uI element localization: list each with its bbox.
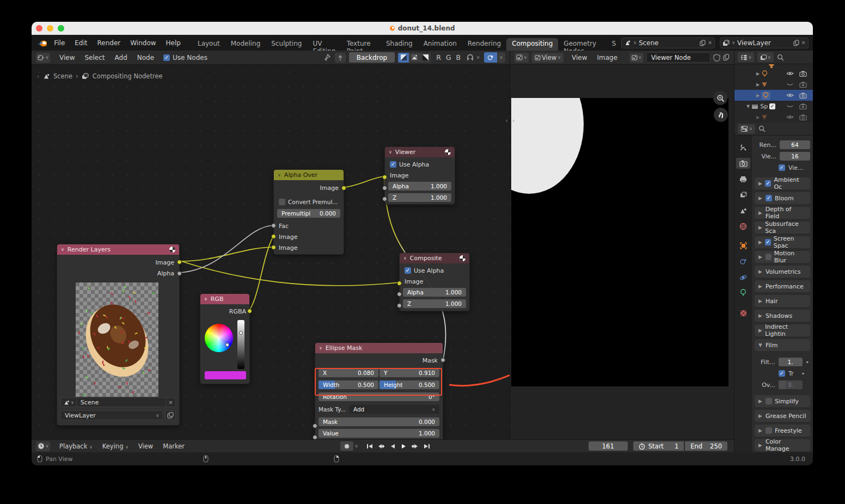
scene-selector[interactable]: ∨ Scene ✕: [621, 38, 715, 48]
unlink-button[interactable]: ✕: [166, 397, 176, 407]
socket-alpha-input[interactable]: [382, 186, 387, 190]
rotation-slider[interactable]: Rotation0°: [319, 392, 439, 401]
node-header[interactable]: ∨Render Layers: [57, 244, 179, 255]
workspace-tab-sculpting[interactable]: Sculpting: [266, 38, 307, 51]
filter-size-field[interactable]: 1.: [779, 358, 803, 366]
panel-film[interactable]: ▼Film: [755, 339, 810, 351]
keying-set-dropdown[interactable]: ∨: [354, 444, 358, 448]
use-nodes-checkbox[interactable]: ✓: [163, 54, 170, 61]
alpha-slider[interactable]: Alpha1.000: [388, 182, 451, 190]
panel-checkbox[interactable]: [766, 427, 772, 434]
node-menu-node[interactable]: Node: [132, 54, 159, 62]
link-alpha-to-fac[interactable]: [178, 225, 273, 273]
node-ellipse-mask[interactable]: ∨Ellipse Mask Mask X0.080 Y0.910 Width0.…: [315, 342, 443, 439]
menu-render[interactable]: Render: [93, 39, 126, 47]
end-frame-field[interactable]: End250: [685, 441, 727, 451]
use-nodes-toggle[interactable]: ✓ Use Nodes: [163, 54, 207, 62]
node-header[interactable]: ∨Ellipse Mask: [315, 343, 443, 353]
menu-window[interactable]: Window: [125, 39, 161, 47]
compositor-node-canvas[interactable]: › Scene › Compositing Nodetree ∨Rend: [32, 65, 510, 439]
viewlayer-selector[interactable]: ∨ ViewLayer ✕: [720, 38, 809, 48]
socket-z-input[interactable]: [382, 196, 387, 201]
mask-y-field[interactable]: Y0.910: [379, 368, 439, 377]
hidden-eye-icon[interactable]: [786, 82, 794, 87]
image-editor-canvas[interactable]: ›: [510, 65, 734, 439]
render-single-layer-button[interactable]: [165, 410, 176, 420]
color-wheel-cursor[interactable]: [225, 343, 229, 347]
panel-simplify[interactable]: ▶Simplify: [755, 395, 810, 407]
overscan-field[interactable]: 3.: [779, 380, 803, 389]
current-frame-field[interactable]: 161: [589, 441, 628, 451]
properties-editor-type-button[interactable]: ∨: [738, 124, 755, 134]
workspace-tab-compositing[interactable]: Compositing: [506, 38, 558, 51]
socket-image2-input[interactable]: [271, 245, 276, 250]
outliner-row-3[interactable]: ▼Sp✓: [734, 101, 813, 112]
overlays-dropdown[interactable]: ∨: [497, 52, 505, 63]
next-keyframe-button[interactable]: [410, 441, 420, 451]
tab-object[interactable]: [736, 240, 750, 251]
socket-image-output[interactable]: [177, 260, 182, 265]
workspace-tab-uv-editing[interactable]: UV Editing: [307, 38, 341, 51]
color-channel-button[interactable]: [409, 53, 420, 63]
workspace-tab-modeling[interactable]: Modeling: [225, 38, 266, 51]
expand-right-icon[interactable]: ▶: [756, 93, 760, 98]
node-header[interactable]: ∨Alpha Over: [274, 170, 344, 180]
tab-texture[interactable]: [736, 308, 750, 318]
workspace-tab-geometry-nodes[interactable]: Geometry Nodes: [558, 38, 606, 51]
timeline-menu-playback[interactable]: Playback ∨: [54, 442, 97, 450]
socket-image-output[interactable]: [341, 186, 346, 190]
jump-to-end-button[interactable]: [421, 441, 432, 451]
hidden-eye-icon[interactable]: [786, 103, 794, 109]
panel-volumetrics[interactable]: ▶Volumetrics: [755, 266, 810, 278]
panel-motion-blur[interactable]: ▶Motion Blur: [755, 251, 810, 263]
link-image-to-composite[interactable]: [181, 261, 399, 286]
display-channels-button[interactable]: View∨: [532, 53, 564, 63]
viewlayer-row[interactable]: ViewLayer∨: [60, 410, 176, 421]
socket-image1-input[interactable]: [271, 234, 276, 239]
scene-browse-button[interactable]: ∨: [60, 397, 76, 407]
z-slider[interactable]: Z1.000: [403, 299, 466, 308]
node-composite[interactable]: ∨Composite ✓ Use Alpha Image Alpha1.000 …: [399, 253, 470, 311]
outliner-row-0[interactable]: ▶: [734, 68, 813, 79]
visible-eye-icon[interactable]: [786, 93, 794, 98]
expand-right-icon[interactable]: ▶: [756, 71, 760, 76]
outliner-row-1[interactable]: ▶: [734, 79, 813, 90]
value-slider[interactable]: [237, 320, 244, 369]
channel-g-button[interactable]: G: [446, 53, 451, 62]
pan-hand-button[interactable]: [714, 108, 728, 122]
samples-render-field[interactable]: 64: [780, 140, 810, 149]
image-menu-image[interactable]: Image: [592, 54, 622, 62]
tab-object-data[interactable]: [736, 287, 750, 298]
socket-rgba-output[interactable]: [247, 309, 252, 314]
tab-output[interactable]: [736, 174, 750, 185]
samples-viewport-field[interactable]: 16: [780, 152, 810, 161]
node-menu-select[interactable]: Select: [79, 54, 109, 62]
editor-type-button[interactable]: ∨: [515, 53, 529, 63]
scene-name-field[interactable]: Scene: [76, 397, 166, 407]
play-button[interactable]: [399, 441, 409, 451]
mask-input-slider[interactable]: Mask0.000: [319, 417, 439, 426]
region-toggle-icon[interactable]: ›: [512, 117, 515, 124]
snap-dropdown[interactable]: ∨: [476, 55, 480, 60]
outliner-row-4[interactable]: ▶: [734, 112, 813, 122]
socket-mask-output[interactable]: [440, 358, 445, 362]
node-alpha-over[interactable]: ∨Alpha Over Image Convert Premul... Prem…: [273, 169, 344, 255]
editor-type-button[interactable]: ∨: [36, 53, 50, 63]
tab-physics[interactable]: [736, 272, 750, 282]
panel-indirect-lightin[interactable]: ▶Indirect Lightin: [755, 324, 810, 336]
workspace-tab-s[interactable]: S: [607, 38, 622, 51]
alpha-channel-button[interactable]: [420, 53, 431, 63]
pin-icon[interactable]: [324, 54, 332, 62]
socket-alpha-output[interactable]: [177, 271, 182, 276]
image-menu-view[interactable]: View: [567, 54, 592, 62]
viewlayer-select[interactable]: ViewLayer∨: [60, 410, 163, 420]
workspace-tab-rendering[interactable]: Rendering: [462, 38, 506, 51]
scene-datablock-row[interactable]: ∨ Scene ✕: [60, 397, 176, 408]
viewport-denoising-checkbox[interactable]: ✓: [779, 164, 785, 171]
panel-checkbox[interactable]: [766, 254, 771, 260]
mask-height-slider[interactable]: Height0.500: [379, 380, 439, 389]
expand-right-icon[interactable]: ▶: [756, 115, 760, 120]
socket-fac-input[interactable]: [271, 223, 276, 228]
panel-depth-of-field[interactable]: ▶Depth of Field: [755, 207, 810, 219]
timeline-editor-type-button[interactable]: ∨: [36, 441, 50, 451]
